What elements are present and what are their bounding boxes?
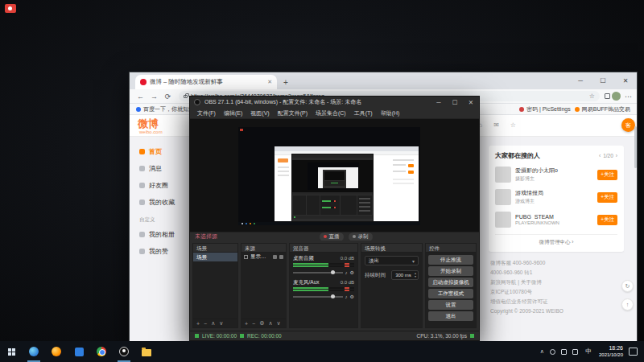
exit-button[interactable]: 退出 xyxy=(428,311,473,321)
back-to-top-icon[interactable]: ↑ xyxy=(621,298,634,311)
slider-handle[interactable] xyxy=(331,270,335,274)
mail-icon[interactable]: ✉ xyxy=(493,121,499,129)
obs-preview[interactable] xyxy=(190,119,479,232)
follow-button[interactable]: +关注 xyxy=(597,170,617,180)
start-recording-button[interactable]: 开始录制 xyxy=(428,266,473,276)
speaker-icon[interactable]: ♪ xyxy=(345,270,348,275)
move-down-icon[interactable]: ∨ xyxy=(277,320,281,327)
avatar[interactable] xyxy=(495,212,511,228)
tab-close-icon[interactable]: ✕ xyxy=(267,79,272,85)
menu-view[interactable]: 视图(V) xyxy=(246,109,273,117)
stop-streaming-button[interactable]: 停止推流 xyxy=(428,255,473,265)
menu-scene-collection[interactable]: 场景集合(C) xyxy=(312,109,350,117)
move-down-icon[interactable]: ∨ xyxy=(219,320,223,327)
move-up-icon[interactable]: ∧ xyxy=(268,320,272,327)
lock-icon[interactable] xyxy=(279,255,283,259)
sidebar-item-album[interactable]: 我的相册 xyxy=(139,226,192,243)
refresh-icon[interactable]: ⟳ xyxy=(162,93,174,101)
scenes-dock-title[interactable]: 场景 xyxy=(193,244,237,253)
taskbar-store[interactable] xyxy=(68,341,90,362)
follow-button[interactable]: +关注 xyxy=(597,215,617,225)
transitions-dock-title[interactable]: 场景转换 xyxy=(361,244,422,253)
source-item[interactable]: 显示器采集 xyxy=(242,253,286,261)
minimize-icon[interactable]: ─ xyxy=(569,72,592,89)
source-properties-icon[interactable]: ⚙ xyxy=(259,320,264,327)
volume-slider[interactable] xyxy=(293,272,343,274)
follow-button[interactable]: +关注 xyxy=(597,192,617,203)
move-up-icon[interactable]: ∧ xyxy=(211,320,215,327)
pager-prev-icon[interactable]: ‹ xyxy=(599,153,601,158)
browser-menu-icon[interactable]: ⋯ xyxy=(625,93,632,101)
tab-weibo[interactable]: 微博 – 随时随地发现新鲜事 ✕ xyxy=(135,75,277,89)
new-tab-button[interactable]: + xyxy=(283,78,288,87)
sidebar-item-favorites[interactable]: 我的收藏 xyxy=(139,194,192,211)
extension-icon[interactable] xyxy=(605,93,610,99)
management-center-link[interactable]: 微博管理中心 › xyxy=(495,234,617,246)
taskbar-firefox[interactable] xyxy=(45,341,68,362)
page-scrollbar[interactable] xyxy=(634,126,637,168)
start-button[interactable] xyxy=(0,341,23,362)
studio-mode-button[interactable]: 工作室模式 xyxy=(428,289,473,298)
maximize-icon[interactable]: ☐ xyxy=(592,72,614,89)
transition-select[interactable]: 淡出 ▾ xyxy=(365,256,419,265)
menu-file[interactable]: 文件(F) xyxy=(193,109,220,117)
live-toggle[interactable]: 直播 xyxy=(320,232,344,241)
channel-settings-icon[interactable]: ⚙ xyxy=(350,294,354,299)
favorite-star-icon[interactable]: ☆ xyxy=(589,93,595,100)
sidebar-item-messages[interactable]: 消息 xyxy=(139,160,192,177)
channel-settings-icon[interactable]: ⚙ xyxy=(350,269,354,275)
duration-spinner[interactable]: 300 ms ▴▾ xyxy=(391,270,419,280)
minimize-icon[interactable]: ─ xyxy=(431,97,447,109)
scene-item[interactable]: 场景 xyxy=(193,253,237,261)
visibility-eye-icon[interactable] xyxy=(273,255,277,259)
star-icon[interactable]: ☆ xyxy=(510,121,516,129)
taskbar-chrome[interactable] xyxy=(90,341,113,362)
taskbar-obs[interactable] xyxy=(113,341,135,362)
mixer-dock-title[interactable]: 混音器 xyxy=(290,244,357,253)
sidebar-item-friends[interactable]: 好友圈 xyxy=(139,177,192,194)
taskbar-edge[interactable] xyxy=(23,341,45,362)
action-center-icon[interactable] xyxy=(629,348,638,356)
feedback-button[interactable]: 客 xyxy=(621,118,635,132)
controls-dock-title[interactable]: 控件 xyxy=(426,244,476,253)
spinner-arrows[interactable]: ▴▾ xyxy=(415,272,418,278)
remove-scene-icon[interactable]: − xyxy=(204,321,207,327)
close-icon[interactable]: ✕ xyxy=(614,72,637,89)
bookmark-buff[interactable]: 网易BUFF饰品交易 xyxy=(575,105,630,113)
close-icon[interactable]: ✕ xyxy=(463,97,479,109)
sidebar-item-home[interactable]: 首页 xyxy=(139,143,192,160)
refresh-fab-icon[interactable]: ↻ xyxy=(621,280,634,292)
obs-titlebar[interactable]: OBS 27.1.1 (64-bit, windows) - 配置文件: 未命名… xyxy=(190,97,479,109)
maximize-icon[interactable]: ☐ xyxy=(447,97,463,109)
back-icon[interactable]: ← xyxy=(134,93,147,101)
bookmark-picsettings[interactable]: 密码 | PicSettings xyxy=(519,105,571,113)
tray-chevron-icon[interactable]: ∧ xyxy=(540,348,544,355)
settings-button[interactable]: 设置 xyxy=(428,300,473,310)
menu-profile[interactable]: 配置文件(P) xyxy=(274,109,312,117)
avatar[interactable] xyxy=(495,189,511,205)
forward-icon[interactable]: → xyxy=(148,93,160,101)
avatar[interactable] xyxy=(495,167,511,183)
remove-source-icon[interactable]: − xyxy=(252,321,255,327)
network-icon[interactable] xyxy=(572,349,578,355)
bookmark-baidu[interactable]: 百度一下，你就知道 xyxy=(136,105,194,113)
volume-icon[interactable] xyxy=(561,349,567,355)
mic-icon[interactable]: ♪ xyxy=(345,294,348,299)
pager-next-icon[interactable]: › xyxy=(616,153,617,158)
sidebar-item-likes[interactable]: 我的赞 xyxy=(139,243,192,260)
menu-tools[interactable]: 工具(T) xyxy=(350,109,377,117)
profile-avatar[interactable] xyxy=(612,92,621,101)
slider-handle[interactable] xyxy=(331,294,335,298)
taskbar-explorer[interactable] xyxy=(135,341,158,362)
taskbar-clock[interactable]: 18:26 2021/10/20 xyxy=(599,345,623,358)
virtual-camera-button[interactable]: 启动虚拟摄像机 xyxy=(428,278,473,287)
volume-slider[interactable] xyxy=(293,296,343,298)
sources-dock-title[interactable]: 来源 xyxy=(242,244,286,253)
language-indicator[interactable]: 中 xyxy=(584,348,593,356)
weibo-logo[interactable]: 微博 xyxy=(138,118,159,129)
menu-help[interactable]: 帮助(H) xyxy=(377,109,404,117)
menu-edit[interactable]: 编辑(E) xyxy=(220,109,246,117)
add-scene-icon[interactable]: + xyxy=(196,321,200,327)
record-toggle[interactable]: 录制 xyxy=(349,232,373,241)
footer-line[interactable]: 新浪网导航 | 关于微博 xyxy=(490,278,624,287)
